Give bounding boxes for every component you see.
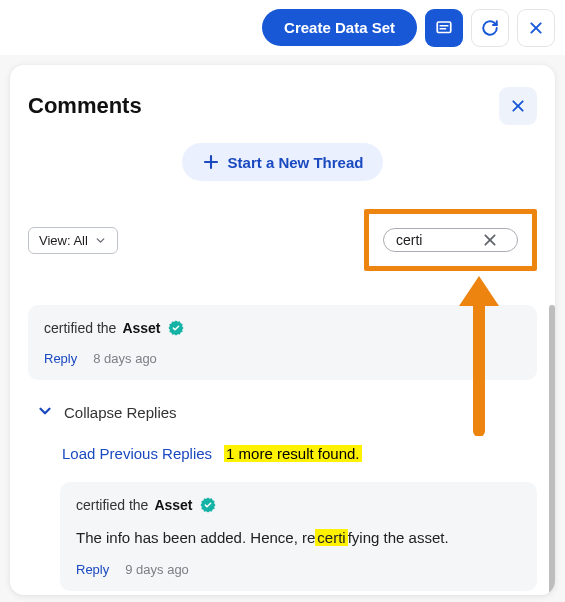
view-filter-prefix: View: xyxy=(39,233,73,248)
close-icon xyxy=(482,232,498,248)
asset-word: Asset xyxy=(154,497,192,513)
close-button[interactable] xyxy=(517,9,555,47)
chevron-down-icon xyxy=(36,402,54,423)
comment-meta-row: Reply 8 days ago xyxy=(44,351,521,366)
body-highlight: certi xyxy=(315,529,347,546)
body-before: The info has been added. Hence, re xyxy=(76,529,315,546)
create-data-set-button[interactable]: Create Data Set xyxy=(262,9,417,46)
body-after: fying the asset. xyxy=(348,529,449,546)
svg-rect-0 xyxy=(437,22,451,33)
plus-icon xyxy=(202,153,220,171)
comment-icon xyxy=(435,19,453,37)
load-previous-row: Load Previous Replies 1 more result foun… xyxy=(62,445,537,462)
close-panel-button[interactable] xyxy=(499,87,537,125)
reply-link[interactable]: Reply xyxy=(44,351,77,366)
refresh-icon xyxy=(481,19,499,37)
panel-title: Comments xyxy=(28,93,142,119)
collapse-replies-toggle[interactable]: Collapse Replies xyxy=(36,402,537,423)
start-new-thread-label: Start a New Thread xyxy=(228,154,364,171)
comment-meta-row: Reply 9 days ago xyxy=(76,562,521,577)
nested-comment-card: certified the Asset The info has been ad… xyxy=(60,482,537,591)
comment-action-line: certified the Asset xyxy=(76,496,521,514)
panel-header: Comments xyxy=(28,87,537,125)
comment-time: 9 days ago xyxy=(125,562,189,577)
verified-badge-icon xyxy=(199,496,217,514)
reply-link[interactable]: Reply xyxy=(76,562,109,577)
search-wrap xyxy=(383,228,518,252)
comment-action-line: certified the Asset xyxy=(44,319,521,337)
search-highlight-frame xyxy=(364,209,537,271)
filters-row: View: All xyxy=(28,209,537,271)
chevron-down-icon xyxy=(94,234,107,247)
comment-card: certified the Asset Reply 8 days ago xyxy=(28,305,537,380)
comment-action-prefix: certified the xyxy=(44,320,116,336)
verified-badge-icon xyxy=(167,319,185,337)
asset-word: Asset xyxy=(122,320,160,336)
more-results-badge: 1 more result found. xyxy=(224,445,361,462)
comments-panel: Comments Start a New Thread View: All ce… xyxy=(10,65,555,595)
comment-body: The info has been added. Hence, recertif… xyxy=(76,528,521,548)
top-toolbar: Create Data Set xyxy=(0,0,565,55)
new-thread-row: Start a New Thread xyxy=(28,143,537,181)
collapse-replies-label: Collapse Replies xyxy=(64,404,177,421)
comment-time: 8 days ago xyxy=(93,351,157,366)
comment-action-prefix: certified the xyxy=(76,497,148,513)
comments-icon-button[interactable] xyxy=(425,9,463,47)
scrollbar-thumb[interactable] xyxy=(549,305,555,595)
close-icon xyxy=(528,20,544,36)
start-new-thread-button[interactable]: Start a New Thread xyxy=(182,143,384,181)
clear-search-button[interactable] xyxy=(482,232,498,248)
view-filter-select[interactable]: View: All xyxy=(28,227,118,254)
search-input[interactable] xyxy=(396,232,476,248)
close-icon xyxy=(510,98,526,114)
load-previous-replies-link[interactable]: Load Previous Replies xyxy=(62,445,212,462)
view-filter-selected: All xyxy=(73,233,87,248)
refresh-button[interactable] xyxy=(471,9,509,47)
